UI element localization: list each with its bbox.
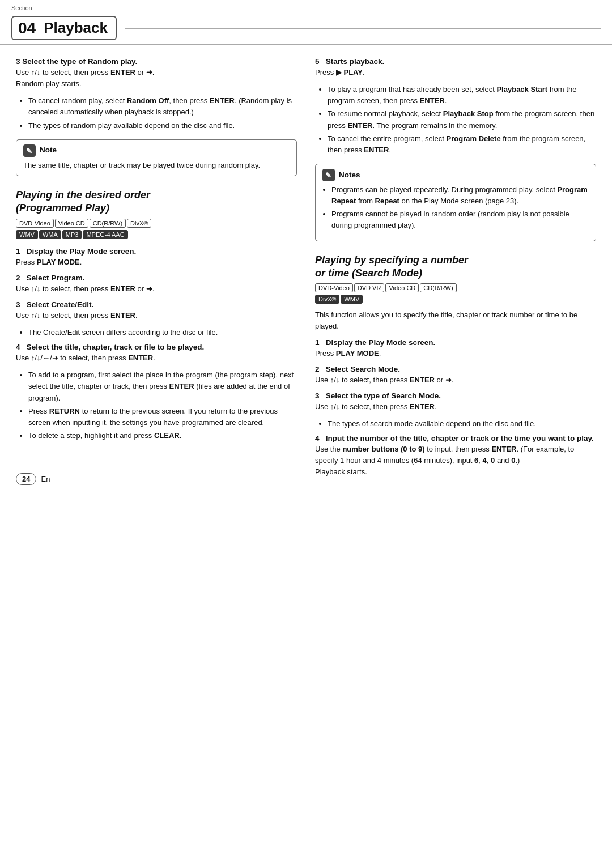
search-badge-wmv: WMV bbox=[341, 295, 363, 304]
section-label: Section bbox=[11, 5, 32, 11]
footer: 24 En bbox=[16, 473, 50, 485]
prog-step3-heading: 3 Select Create/Edit. bbox=[16, 300, 297, 309]
badge-dvd-video: DVD-Video bbox=[16, 219, 54, 228]
badge-divx: DivX® bbox=[127, 219, 151, 228]
badge-wma: WMA bbox=[39, 230, 61, 239]
search-step4-body: Use the number buttons (0 to 9) to input… bbox=[315, 444, 596, 478]
section-title: Playback bbox=[44, 19, 108, 37]
notes-bullets: Programs can be played repeatedly. Durin… bbox=[332, 184, 589, 232]
footer-lang: En bbox=[41, 475, 50, 483]
disc-badges-row1: DVD-Video Video CD CD(R/RW) DivX® bbox=[16, 219, 297, 228]
search-intro: This function allows you to specify the … bbox=[315, 309, 596, 332]
disc-badges-row2: WMV WMA MP3 MPEG-4 AAC bbox=[16, 230, 297, 239]
step3-random-bullets: To cancel random play, select Random Off… bbox=[28, 95, 297, 131]
prog-step2-body: Use ↑/↓ to select, then press ENTER or ➜… bbox=[16, 283, 297, 295]
section-box: 04 Playback bbox=[11, 16, 117, 40]
prog-step4-bullets: To add to a program, first select the pl… bbox=[28, 369, 297, 441]
search-badge-dvd-video: DVD-Video bbox=[315, 283, 353, 292]
badge-video-cd: Video CD bbox=[55, 219, 88, 228]
badge-cdrw: CD(R/RW) bbox=[90, 219, 126, 228]
badge-mp3: MP3 bbox=[62, 230, 82, 239]
step3-random-body: Use ↑/↓ to select, then press ENTER or ➜… bbox=[16, 67, 297, 90]
page-number: 24 bbox=[16, 473, 36, 485]
search-step4-heading: 4 Input the number of the title, chapter… bbox=[315, 434, 596, 442]
right-column: 5 Starts playback. Press ▶ PLAY. To play… bbox=[315, 57, 596, 484]
left-column: 3 Select the type of Random play. Use ↑/… bbox=[16, 57, 297, 484]
search-mode-heading: Playing by specifying a numberor time (S… bbox=[315, 254, 596, 280]
step5-body: Press ▶ PLAY. bbox=[315, 67, 596, 78]
note-icon bbox=[23, 144, 36, 157]
step3-random-heading: 3 Select the type of Random play. bbox=[16, 57, 297, 66]
badge-wmv: WMV bbox=[16, 230, 38, 239]
note-body: The same title, chapter or track may be … bbox=[23, 160, 290, 171]
step5-bullets: To play a program that has already been … bbox=[328, 84, 596, 156]
notes-box: Notes Programs can be played repeatedly.… bbox=[315, 164, 596, 241]
prog-step1-body: Press PLAY MODE. bbox=[16, 257, 297, 268]
search-badge-video-cd: Video CD bbox=[385, 283, 419, 292]
search-badge-cdrw: CD(R/RW) bbox=[420, 283, 456, 292]
prog-step3-body: Use ↑/↓ to select, then press ENTER. bbox=[16, 310, 297, 321]
search-step3-body: Use ↑/↓ to select, then press ENTER. bbox=[315, 401, 596, 412]
search-step1-heading: 1 Display the Play Mode screen. bbox=[315, 338, 596, 347]
note-title: Note bbox=[23, 144, 290, 157]
search-step3-bullets: The types of search mode available depen… bbox=[328, 418, 596, 429]
header-line bbox=[125, 28, 601, 29]
notes-icon bbox=[322, 169, 335, 181]
prog-step3-bullets: The Create/Edit screen differs according… bbox=[28, 327, 297, 338]
search-badges-row2: DivX® WMV bbox=[315, 295, 596, 304]
section-number: 04 bbox=[18, 20, 36, 36]
search-badge-dvd-vr: DVD VR bbox=[354, 283, 385, 292]
badge-mpeg4aac: MPEG-4 AAC bbox=[83, 230, 128, 239]
prog-step2-heading: 2 Select Program. bbox=[16, 274, 297, 282]
search-step1-body: Press PLAY MODE. bbox=[315, 348, 596, 359]
search-badge-divx: DivX® bbox=[315, 295, 339, 304]
note-box: Note The same title, chapter or track ma… bbox=[16, 139, 297, 176]
programmed-play-heading: Playing in the desired order(Programmed … bbox=[16, 189, 297, 215]
prog-step4-heading: 4 Select the title, chapter, track or fi… bbox=[16, 343, 297, 351]
search-badges-row1: DVD-Video DVD VR Video CD CD(R/RW) bbox=[315, 283, 596, 292]
notes-title: Notes bbox=[322, 169, 589, 181]
search-step2-heading: 2 Select Search Mode. bbox=[315, 365, 596, 373]
search-step3-heading: 3 Select the type of Search Mode. bbox=[315, 392, 596, 400]
prog-step1-heading: 1 Display the Play Mode screen. bbox=[16, 247, 297, 256]
search-step2-body: Use ↑/↓ to select, then press ENTER or ➜… bbox=[315, 375, 596, 386]
prog-step4-body: Use ↑/↓/←/➜ to select, then press ENTER. bbox=[16, 352, 297, 364]
step5-heading: 5 Starts playback. bbox=[315, 57, 596, 66]
